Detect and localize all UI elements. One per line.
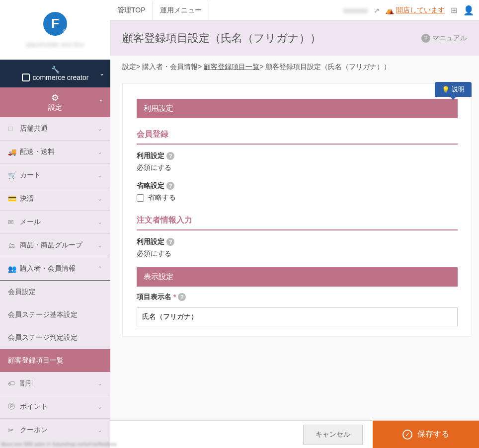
chevron-down-icon: ⌄ xyxy=(97,380,102,387)
input-display-name[interactable] xyxy=(137,307,458,326)
users-icon: 👥 xyxy=(8,265,16,273)
label-usage2: 利用設定? xyxy=(137,237,458,246)
sidebar-item-mail[interactable]: ✉メール⌄ xyxy=(0,211,110,234)
value-usage: 必須にする xyxy=(137,163,458,172)
value-usage2: 必須にする xyxy=(137,249,458,258)
sidebar-item-store[interactable]: □店舗共通⌄ xyxy=(0,117,110,141)
sidebar-sub-member[interactable]: 会員設定 xyxy=(0,281,110,303)
nav-settings[interactable]: ⚙ 設定 ⌃ xyxy=(0,87,110,117)
truck-icon: 🚚 xyxy=(8,148,16,156)
point-icon: Ⓟ xyxy=(8,402,16,411)
sidebar-item-buyer[interactable]: 👥購入者・会員情報⌃ xyxy=(0,257,110,281)
user-name: xxxxxxx xyxy=(343,6,368,14)
coupon-icon: ✂ xyxy=(8,426,16,434)
help-icon[interactable]: ? xyxy=(166,238,174,246)
sidebar-sub-stage-basic[interactable]: 会員ステージ基本設定 xyxy=(0,303,110,326)
subhead-member: 会員登録 xyxy=(137,125,458,145)
external-link-icon[interactable]: ↗ xyxy=(374,6,380,14)
sidebar-item-cart[interactable]: 🛒カート⌄ xyxy=(0,164,110,187)
cart-icon: 🛒 xyxy=(8,171,16,179)
chevron-down-icon: ⌄ xyxy=(97,403,102,410)
label-display-name: 項目表示名*? xyxy=(137,293,458,301)
sidebar-sub-stage-judge[interactable]: 会員ステージ判定設定 xyxy=(0,326,110,349)
chevron-up-icon: ⌃ xyxy=(98,99,103,106)
sidebar-item-coupon[interactable]: ✂クーポン⌄ xyxy=(0,419,110,442)
nav-commerce-creator[interactable]: 🔧 commerce creator ⌄ xyxy=(0,60,110,87)
apps-icon[interactable]: ⊞ xyxy=(451,5,457,15)
section-usage: 利用設定 xyxy=(137,99,458,118)
logo-icon: F® xyxy=(43,12,67,36)
help-icon[interactable]: ? xyxy=(166,152,174,160)
sidebar-item-points[interactable]: Ⓟポイント⌄ xyxy=(0,395,110,419)
mail-icon: ✉ xyxy=(8,218,16,226)
chevron-down-icon: ⌄ xyxy=(99,70,104,77)
tag-icon: 🏷 xyxy=(8,379,16,387)
explain-badge[interactable]: 💡説明 xyxy=(435,82,472,97)
logo-subtitle: placeholder text blur xyxy=(26,41,84,48)
logo-area: F® placeholder text blur xyxy=(0,0,110,60)
wrench-icon: 🔧 xyxy=(51,66,60,74)
chevron-down-icon: ⌄ xyxy=(97,149,102,155)
tab-ops-menu[interactable]: 運用メニュー xyxy=(153,1,209,20)
package-icon: 🗂 xyxy=(8,241,16,249)
checkbox-omit-label: 省略する xyxy=(148,193,176,202)
status-url: itbox:xxx 886 adm i= futurehop-xx/txl=ix… xyxy=(1,441,117,447)
chevron-down-icon: ⌄ xyxy=(97,195,102,202)
shop-icon: ⛺ xyxy=(386,6,394,14)
question-icon: ? xyxy=(421,34,430,43)
bulb-icon: 💡 xyxy=(442,86,450,93)
label-usage: 利用設定? xyxy=(137,151,458,160)
section-display: 表示設定 xyxy=(137,267,458,287)
chevron-down-icon: ⌄ xyxy=(97,219,102,225)
chevron-down-icon: ⌄ xyxy=(97,427,102,434)
help-icon[interactable]: ? xyxy=(178,293,186,301)
breadcrumb-link[interactable]: 顧客登録項目一覧 xyxy=(204,63,259,71)
checkbox-omit[interactable] xyxy=(137,194,144,202)
sidebar-item-discount[interactable]: 🏷割引⌄ xyxy=(0,372,110,395)
chevron-down-icon: ⌄ xyxy=(97,242,102,249)
topbar: 管理TOP 運用メニュー xxxxxxx ↗ ⛺開店しています ⊞ 👤 xyxy=(110,0,479,21)
manual-link[interactable]: ?マニュアル xyxy=(421,34,467,43)
label-omit: 省略設定? xyxy=(137,181,458,190)
page-title: 顧客登録項目設定（氏名（フリガナ）） xyxy=(122,31,321,46)
user-icon[interactable]: 👤 xyxy=(463,5,474,16)
breadcrumb: 設定> 購入者・会員情報> 顧客登録項目一覧> 顧客登録項目設定（氏名（フリガナ… xyxy=(110,56,479,78)
chevron-down-icon: ⌄ xyxy=(97,125,102,132)
sidebar-sub-customer-items[interactable]: 顧客登録項目一覧 xyxy=(0,349,110,372)
subhead-order: 注文者情報入力 xyxy=(137,211,458,230)
sidebar-item-payment[interactable]: 💳決済⌄ xyxy=(0,187,110,211)
check-icon: ✓ xyxy=(402,430,412,440)
chevron-down-icon: ⌄ xyxy=(97,172,102,179)
chevron-up-icon: ⌃ xyxy=(97,265,102,272)
cube-icon xyxy=(22,74,30,81)
sidebar-item-shipping[interactable]: 🚚配送・送料⌄ xyxy=(0,141,110,164)
gear-icon: ⚙ xyxy=(5,92,105,103)
save-button[interactable]: ✓保存する xyxy=(373,421,479,448)
cancel-button[interactable]: キャンセル xyxy=(303,425,363,445)
display-icon: □ xyxy=(8,125,16,133)
card-icon: 💳 xyxy=(8,195,16,203)
open-store-link[interactable]: ⛺開店しています xyxy=(386,6,445,15)
help-icon[interactable]: ? xyxy=(166,182,174,190)
tab-admin-top[interactable]: 管理TOP xyxy=(110,1,153,20)
sidebar-item-products[interactable]: 🗂商品・商品グループ⌄ xyxy=(0,234,110,257)
